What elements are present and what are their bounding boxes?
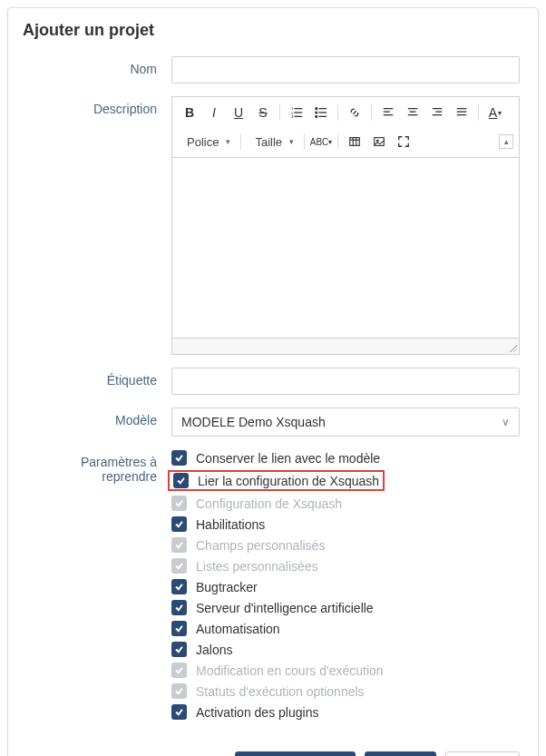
table-icon[interactable] <box>343 130 366 153</box>
checkbox-label: Bugtracker <box>196 580 258 594</box>
checkbox-item: Modification en cours d'exécution <box>171 662 520 679</box>
checkbox-icon[interactable] <box>171 600 187 615</box>
ordered-list-icon[interactable]: 123 <box>285 101 308 124</box>
checkbox-item[interactable]: Jalons <box>171 641 520 658</box>
separator <box>279 104 280 121</box>
checkbox-item[interactable]: Habilitations <box>171 515 520 533</box>
checkbox-icon[interactable] <box>171 704 187 720</box>
cancel-button[interactable]: Annuler <box>445 751 520 756</box>
dialog-title: Ajouter un projet <box>8 8 538 49</box>
checkbox-item: Statuts d'exécution optionnels <box>171 682 520 700</box>
editor-toolbar: B I U S 123 <box>171 96 520 157</box>
text-color-icon[interactable]: A▾ <box>483 101 507 124</box>
description-label: Description <box>26 96 171 116</box>
modele-value: MODELE Demo Xsquash <box>181 415 326 429</box>
svg-point-10 <box>316 116 317 118</box>
description-editor[interactable] <box>171 157 520 339</box>
dialog-body: Nom Description B I U S 123 <box>8 49 538 751</box>
italic-icon[interactable]: I <box>202 101 226 124</box>
editor-resize-handle[interactable] <box>171 339 520 355</box>
svg-point-6 <box>316 108 317 110</box>
checkbox-label: Listes personnalisées <box>196 559 318 574</box>
align-right-icon[interactable] <box>425 101 449 124</box>
checkbox-icon[interactable] <box>173 473 189 488</box>
checkbox-item[interactable]: Bugtracker <box>171 578 520 595</box>
checkbox-icon <box>171 663 187 678</box>
checkbox-item[interactable]: Lier la configuration de Xsquash <box>168 470 385 491</box>
parametres-list: Conserver le lien avec le modèleLier la … <box>171 449 520 721</box>
checkbox-icon <box>171 537 187 553</box>
add-project-dialog: Ajouter un projet Nom Description B I U … <box>7 7 539 756</box>
font-size-dropdown[interactable]: Taille▾ <box>246 130 299 153</box>
checkbox-label: Jalons <box>196 643 232 657</box>
separator <box>240 133 241 150</box>
checkbox-label: Serveur d'intelligence artificielle <box>196 601 374 615</box>
name-label: Nom <box>26 56 171 76</box>
checkbox-item[interactable]: Activation des plugins <box>171 703 520 721</box>
checkbox-icon[interactable] <box>171 621 187 636</box>
svg-text:3: 3 <box>291 114 294 119</box>
strike-icon[interactable]: S <box>251 101 275 124</box>
spellcheck-icon[interactable]: ABC▾ <box>309 130 333 153</box>
checkbox-icon <box>171 683 187 699</box>
separator <box>337 104 338 121</box>
checkbox-label: Activation des plugins <box>196 705 318 720</box>
checkbox-item[interactable]: Conserver le lien avec le modèle <box>171 449 520 466</box>
align-justify-icon[interactable] <box>450 101 473 124</box>
chevron-down-icon: ∨ <box>502 416 510 428</box>
checkbox-item: Configuration de Xsquash <box>171 495 520 512</box>
checkbox-label: Habilitations <box>196 517 265 532</box>
separator <box>478 104 479 121</box>
parametres-label: Paramètres à reprendre <box>26 449 171 484</box>
add-button[interactable]: Ajouter <box>365 751 435 756</box>
checkbox-item: Champs personnalisés <box>171 536 520 554</box>
checkbox-label: Configuration de Xsquash <box>196 496 342 511</box>
checkbox-item[interactable]: Automatisation <box>171 620 520 637</box>
fullscreen-icon[interactable] <box>392 130 415 153</box>
modele-label: Modèle <box>26 407 171 427</box>
add-another-button[interactable]: Ajouter un autre <box>235 751 356 756</box>
toolbar-collapse-icon[interactable]: ▴ <box>499 134 513 149</box>
checkbox-item[interactable]: Serveur d'intelligence artificielle <box>171 599 520 616</box>
checkbox-label: Lier la configuration de Xsquash <box>198 474 379 488</box>
checkbox-icon[interactable] <box>171 516 187 532</box>
checkbox-icon[interactable] <box>171 450 187 466</box>
etiquette-input[interactable] <box>171 368 520 395</box>
link-icon[interactable] <box>343 101 366 124</box>
separator <box>304 133 305 150</box>
align-left-icon[interactable] <box>376 101 400 124</box>
checkbox-icon <box>171 496 187 511</box>
image-icon[interactable] <box>367 130 391 153</box>
checkbox-label: Automatisation <box>196 622 280 636</box>
font-family-dropdown[interactable]: Police▾ <box>178 130 236 153</box>
svg-point-29 <box>376 140 378 142</box>
svg-rect-24 <box>350 138 360 146</box>
checkbox-icon[interactable] <box>171 642 187 657</box>
checkbox-label: Statuts d'exécution optionnels <box>196 684 365 699</box>
name-input[interactable] <box>171 56 520 83</box>
bold-icon[interactable]: B <box>178 101 201 124</box>
checkbox-item: Listes personnalisées <box>171 557 520 574</box>
dialog-footer: Ajouter un autre Ajouter Annuler <box>8 751 538 756</box>
checkbox-label: Conserver le lien avec le modèle <box>196 451 380 466</box>
checkbox-icon[interactable] <box>171 579 187 594</box>
checkbox-label: Modification en cours d'exécution <box>196 663 384 678</box>
unordered-list-icon[interactable] <box>309 101 333 124</box>
separator <box>337 133 338 150</box>
modele-select[interactable]: MODELE Demo Xsquash ∨ <box>171 407 520 437</box>
underline-icon[interactable]: U <box>227 101 250 124</box>
checkbox-icon <box>171 558 187 574</box>
svg-point-8 <box>316 112 317 113</box>
separator <box>371 104 372 121</box>
checkbox-label: Champs personnalisés <box>196 538 325 553</box>
align-center-icon[interactable] <box>401 101 424 124</box>
etiquette-label: Étiquette <box>26 368 171 388</box>
